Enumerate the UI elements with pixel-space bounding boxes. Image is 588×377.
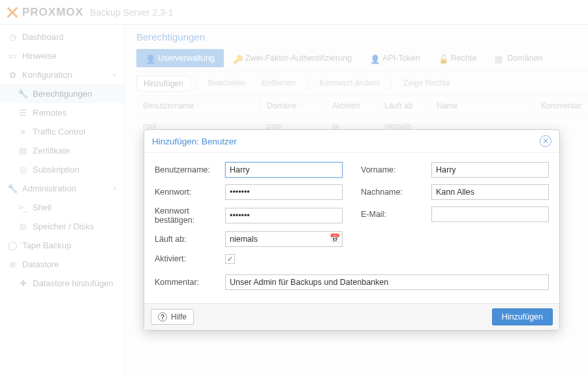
confirm-password-label: Kennwort bestätigen:: [155, 206, 225, 225]
help-icon: ?: [158, 312, 167, 321]
submit-add-button[interactable]: Hinzufügen: [492, 308, 553, 325]
enabled-checkbox[interactable]: ✓: [225, 254, 235, 264]
close-button[interactable]: ✕: [540, 135, 551, 147]
password-label: Kennwort:: [155, 188, 225, 197]
expires-label: Läuft ab:: [155, 235, 225, 244]
dialog-footer: ? Hilfe Hinzufügen: [144, 303, 559, 330]
dialog-title: Hinzufügen: Benutzer: [152, 137, 237, 146]
email-input[interactable]: [431, 206, 549, 222]
comment-label: Kommentar:: [155, 278, 225, 287]
dialog-header: Hinzufügen: Benutzer ✕: [144, 130, 559, 153]
calendar-icon[interactable]: 📅: [330, 233, 340, 243]
comment-input[interactable]: [225, 274, 549, 290]
add-user-dialog: Hinzufügen: Benutzer ✕ Benutzername: Ken…: [144, 129, 560, 331]
lastname-label: Nachname:: [361, 188, 431, 197]
firstname-label: Vorname:: [361, 165, 431, 174]
username-input[interactable]: [225, 162, 343, 178]
help-button[interactable]: ? Hilfe: [151, 309, 194, 325]
password-input[interactable]: [225, 184, 343, 200]
email-label: E-Mail:: [361, 210, 431, 219]
lastname-input[interactable]: [431, 184, 549, 200]
dialog-body: Benutzername: Kennwort: Kennwort bestäti…: [144, 153, 559, 303]
firstname-input[interactable]: [431, 162, 549, 178]
expires-input[interactable]: [225, 231, 343, 247]
username-label: Benutzername:: [155, 165, 225, 174]
enabled-label: Aktiviert:: [155, 254, 225, 263]
close-icon: ✕: [542, 137, 549, 145]
confirm-password-input[interactable]: [225, 208, 343, 223]
